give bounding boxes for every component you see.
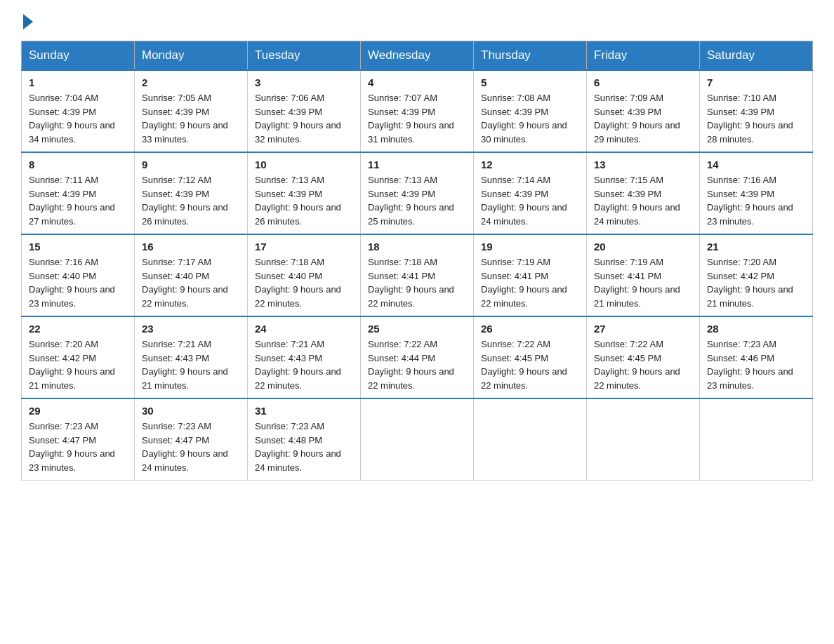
day-number: 5 — [481, 76, 579, 88]
calendar-day-cell: 20Sunrise: 7:19 AMSunset: 4:41 PMDayligh… — [587, 234, 700, 316]
calendar-day-cell: 28Sunrise: 7:23 AMSunset: 4:46 PMDayligh… — [700, 316, 813, 398]
calendar-day-cell: 25Sunrise: 7:22 AMSunset: 4:44 PMDayligh… — [361, 316, 474, 398]
day-number: 4 — [368, 76, 466, 88]
day-info: Sunrise: 7:11 AMSunset: 4:39 PMDaylight:… — [29, 173, 127, 228]
calendar-day-cell: 11Sunrise: 7:13 AMSunset: 4:39 PMDayligh… — [361, 152, 474, 234]
calendar-week-row: 8Sunrise: 7:11 AMSunset: 4:39 PMDaylight… — [22, 152, 813, 234]
day-info: Sunrise: 7:20 AMSunset: 4:42 PMDaylight:… — [707, 255, 805, 310]
day-number: 19 — [481, 241, 579, 253]
day-info: Sunrise: 7:13 AMSunset: 4:39 PMDaylight:… — [368, 173, 466, 228]
day-number: 29 — [29, 405, 127, 417]
day-number: 11 — [368, 159, 466, 170]
calendar-table: SundayMondayTuesdayWednesdayThursdayFrid… — [21, 41, 813, 481]
calendar-week-row: 1Sunrise: 7:04 AMSunset: 4:39 PMDaylight… — [22, 70, 813, 152]
day-info: Sunrise: 7:23 AMSunset: 4:48 PMDaylight:… — [255, 420, 353, 474]
calendar-header-tuesday: Tuesday — [248, 41, 361, 71]
calendar-week-row: 29Sunrise: 7:23 AMSunset: 4:47 PMDayligh… — [22, 398, 813, 481]
day-number: 21 — [707, 241, 805, 253]
calendar-day-cell: 18Sunrise: 7:18 AMSunset: 4:41 PMDayligh… — [361, 234, 474, 316]
calendar-day-cell: 19Sunrise: 7:19 AMSunset: 4:41 PMDayligh… — [474, 234, 587, 316]
day-number: 7 — [707, 76, 805, 88]
day-info: Sunrise: 7:16 AMSunset: 4:40 PMDaylight:… — [29, 255, 127, 310]
day-info: Sunrise: 7:22 AMSunset: 4:45 PMDaylight:… — [594, 337, 692, 392]
calendar-header-friday: Friday — [587, 41, 700, 71]
day-info: Sunrise: 7:21 AMSunset: 4:43 PMDaylight:… — [255, 337, 353, 392]
day-info: Sunrise: 7:08 AMSunset: 4:39 PMDaylight:… — [481, 91, 579, 146]
calendar-day-cell: 30Sunrise: 7:23 AMSunset: 4:47 PMDayligh… — [135, 398, 248, 481]
day-number: 25 — [368, 323, 466, 335]
day-number: 10 — [255, 159, 353, 170]
day-info: Sunrise: 7:19 AMSunset: 4:41 PMDaylight:… — [481, 255, 579, 310]
calendar-day-cell: 27Sunrise: 7:22 AMSunset: 4:45 PMDayligh… — [587, 316, 700, 398]
calendar-day-cell: 5Sunrise: 7:08 AMSunset: 4:39 PMDaylight… — [474, 70, 587, 152]
day-number: 24 — [255, 323, 353, 335]
calendar-day-cell: 15Sunrise: 7:16 AMSunset: 4:40 PMDayligh… — [22, 234, 135, 316]
day-number: 1 — [29, 76, 127, 88]
day-number: 9 — [142, 159, 240, 170]
calendar-day-cell: 4Sunrise: 7:07 AMSunset: 4:39 PMDaylight… — [361, 70, 474, 152]
calendar-day-cell: 23Sunrise: 7:21 AMSunset: 4:43 PMDayligh… — [135, 316, 248, 398]
day-info: Sunrise: 7:16 AMSunset: 4:39 PMDaylight:… — [707, 173, 805, 228]
day-info: Sunrise: 7:23 AMSunset: 4:47 PMDaylight:… — [29, 420, 127, 474]
day-info: Sunrise: 7:22 AMSunset: 4:45 PMDaylight:… — [481, 337, 579, 392]
day-number: 2 — [142, 76, 240, 88]
day-info: Sunrise: 7:22 AMSunset: 4:44 PMDaylight:… — [368, 337, 466, 392]
calendar-day-cell: 13Sunrise: 7:15 AMSunset: 4:39 PMDayligh… — [587, 152, 700, 234]
calendar-header-sunday: Sunday — [22, 41, 135, 71]
day-info: Sunrise: 7:04 AMSunset: 4:39 PMDaylight:… — [29, 91, 127, 146]
page-header — [21, 14, 813, 27]
calendar-week-row: 15Sunrise: 7:16 AMSunset: 4:40 PMDayligh… — [22, 234, 813, 316]
calendar-day-cell: 21Sunrise: 7:20 AMSunset: 4:42 PMDayligh… — [700, 234, 813, 316]
day-number: 8 — [29, 159, 127, 170]
day-number: 3 — [255, 76, 353, 88]
calendar-day-cell: 29Sunrise: 7:23 AMSunset: 4:47 PMDayligh… — [22, 398, 135, 481]
calendar-day-cell: 22Sunrise: 7:20 AMSunset: 4:42 PMDayligh… — [22, 316, 135, 398]
day-number: 16 — [142, 241, 240, 253]
calendar-day-cell — [700, 398, 813, 481]
day-info: Sunrise: 7:20 AMSunset: 4:42 PMDaylight:… — [29, 337, 127, 392]
calendar-day-cell: 7Sunrise: 7:10 AMSunset: 4:39 PMDaylight… — [700, 70, 813, 152]
calendar-day-cell — [474, 398, 587, 481]
calendar-day-cell: 1Sunrise: 7:04 AMSunset: 4:39 PMDaylight… — [22, 70, 135, 152]
calendar-day-cell: 8Sunrise: 7:11 AMSunset: 4:39 PMDaylight… — [22, 152, 135, 234]
day-info: Sunrise: 7:10 AMSunset: 4:39 PMDaylight:… — [707, 91, 805, 146]
day-number: 31 — [255, 405, 353, 417]
day-info: Sunrise: 7:06 AMSunset: 4:39 PMDaylight:… — [255, 91, 353, 146]
calendar-day-cell: 16Sunrise: 7:17 AMSunset: 4:40 PMDayligh… — [135, 234, 248, 316]
day-info: Sunrise: 7:13 AMSunset: 4:39 PMDaylight:… — [255, 173, 353, 228]
day-info: Sunrise: 7:12 AMSunset: 4:39 PMDaylight:… — [142, 173, 240, 228]
day-info: Sunrise: 7:21 AMSunset: 4:43 PMDaylight:… — [142, 337, 240, 392]
calendar-day-cell: 6Sunrise: 7:09 AMSunset: 4:39 PMDaylight… — [587, 70, 700, 152]
day-info: Sunrise: 7:19 AMSunset: 4:41 PMDaylight:… — [594, 255, 692, 310]
calendar-day-cell: 24Sunrise: 7:21 AMSunset: 4:43 PMDayligh… — [248, 316, 361, 398]
day-info: Sunrise: 7:23 AMSunset: 4:46 PMDaylight:… — [707, 337, 805, 392]
day-number: 13 — [594, 159, 692, 170]
day-number: 27 — [594, 323, 692, 335]
day-info: Sunrise: 7:18 AMSunset: 4:40 PMDaylight:… — [255, 255, 353, 310]
calendar-header-row: SundayMondayTuesdayWednesdayThursdayFrid… — [22, 41, 813, 71]
day-number: 14 — [707, 159, 805, 170]
logo — [21, 14, 33, 27]
day-number: 22 — [29, 323, 127, 335]
day-info: Sunrise: 7:14 AMSunset: 4:39 PMDaylight:… — [481, 173, 579, 228]
day-number: 18 — [368, 241, 466, 253]
day-number: 30 — [142, 405, 240, 417]
calendar-day-cell: 10Sunrise: 7:13 AMSunset: 4:39 PMDayligh… — [248, 152, 361, 234]
calendar-day-cell: 26Sunrise: 7:22 AMSunset: 4:45 PMDayligh… — [474, 316, 587, 398]
calendar-header-thursday: Thursday — [474, 41, 587, 71]
day-number: 17 — [255, 241, 353, 253]
calendar-day-cell — [587, 398, 700, 481]
calendar-day-cell: 9Sunrise: 7:12 AMSunset: 4:39 PMDaylight… — [135, 152, 248, 234]
day-number: 12 — [481, 159, 579, 170]
day-info: Sunrise: 7:18 AMSunset: 4:41 PMDaylight:… — [368, 255, 466, 310]
calendar-day-cell: 14Sunrise: 7:16 AMSunset: 4:39 PMDayligh… — [700, 152, 813, 234]
day-info: Sunrise: 7:09 AMSunset: 4:39 PMDaylight:… — [594, 91, 692, 146]
calendar-day-cell — [361, 398, 474, 481]
calendar-day-cell: 3Sunrise: 7:06 AMSunset: 4:39 PMDaylight… — [248, 70, 361, 152]
calendar-day-cell: 12Sunrise: 7:14 AMSunset: 4:39 PMDayligh… — [474, 152, 587, 234]
day-info: Sunrise: 7:15 AMSunset: 4:39 PMDaylight:… — [594, 173, 692, 228]
day-number: 28 — [707, 323, 805, 335]
calendar-header-saturday: Saturday — [700, 41, 813, 71]
calendar-day-cell: 2Sunrise: 7:05 AMSunset: 4:39 PMDaylight… — [135, 70, 248, 152]
logo-chevron-icon — [23, 14, 33, 29]
